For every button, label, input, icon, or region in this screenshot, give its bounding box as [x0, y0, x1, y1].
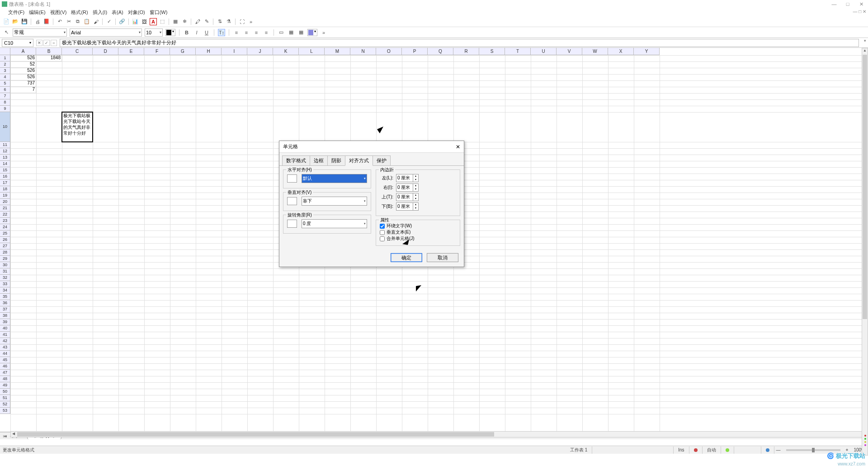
close-button[interactable]: ✕	[854, 0, 868, 8]
row-6[interactable]: 6	[0, 87, 10, 93]
row-47[interactable]: 47	[0, 370, 10, 376]
font-combo[interactable]: Arial▾	[70, 28, 142, 37]
zoom-slider[interactable]	[786, 449, 840, 451]
row-1[interactable]: 1	[0, 55, 10, 61]
align-left-icon[interactable]: ≡	[233, 29, 240, 36]
undo-icon[interactable]: ↶	[56, 18, 63, 25]
tab-align[interactable]: 对齐方式	[345, 155, 373, 166]
zoom-out[interactable]: —	[774, 447, 783, 452]
italic-icon[interactable]: I	[193, 29, 200, 36]
menu-insert[interactable]: 插入(I)	[93, 9, 107, 16]
row-38[interactable]: 38	[0, 313, 10, 319]
status-auto[interactable]: 自动	[703, 446, 721, 454]
indent-icon[interactable]: ▦	[297, 29, 305, 36]
cell-A5[interactable]: 737	[10, 80, 36, 87]
row-10[interactable]: 10	[0, 112, 10, 142]
merge-checkbox[interactable]: 合并单元格(J)	[380, 235, 456, 242]
row-30[interactable]: 30	[0, 262, 10, 268]
status-ins[interactable]: Ins	[674, 446, 689, 454]
minimize-button[interactable]: —	[827, 0, 841, 8]
row-12[interactable]: 12	[0, 148, 10, 155]
overflow2-icon[interactable]: »	[320, 29, 327, 36]
col-G[interactable]: G	[170, 48, 196, 55]
fullscreen-icon[interactable]: ⛶	[238, 18, 245, 25]
select-all-corner[interactable]	[0, 48, 10, 55]
dialog-titlebar[interactable]: 单元格 ✕	[279, 141, 464, 153]
row-2[interactable]: 2	[0, 61, 10, 68]
ok-button[interactable]: 确定	[391, 253, 422, 262]
print-icon[interactable]: 🖨	[34, 18, 41, 25]
row-27[interactable]: 27	[0, 243, 10, 249]
row-16[interactable]: 16	[0, 174, 10, 180]
rotate-dropdown[interactable]: 0 度▾	[302, 219, 367, 228]
format-painter-icon[interactable]: 🖌	[92, 18, 99, 25]
tab-shadow[interactable]: 阴影	[327, 155, 345, 166]
cell-A4[interactable]: 526	[10, 74, 36, 80]
sort-icon[interactable]: ⇅	[216, 18, 223, 25]
row-23[interactable]: 23	[0, 218, 10, 224]
col-H[interactable]: H	[196, 48, 222, 55]
row-45[interactable]: 45	[0, 357, 10, 363]
col-Q[interactable]: Q	[428, 48, 453, 55]
wrap-checkbox[interactable]: 环绕文字(W)	[380, 223, 456, 229]
valign-top-icon[interactable]: T↕	[218, 29, 225, 36]
padding-left-input[interactable]: ▴▾	[396, 174, 419, 182]
row-8[interactable]: 8	[0, 99, 10, 106]
col-C[interactable]: C	[62, 48, 93, 55]
freeze-icon[interactable]: ❄	[181, 18, 188, 25]
row-25[interactable]: 25	[0, 230, 10, 237]
style-combo[interactable]: 常规▾	[13, 28, 67, 37]
col-J[interactable]: J	[247, 48, 273, 55]
filter-icon[interactable]: ⚗	[225, 18, 232, 25]
hyperlink-icon[interactable]: 🔗	[118, 18, 126, 25]
font-color-button[interactable]: ▾	[165, 29, 175, 36]
overflow-icon[interactable]: »	[247, 18, 255, 25]
row-44[interactable]: 44	[0, 351, 10, 357]
row-40[interactable]: 40	[0, 325, 10, 332]
row-49[interactable]: 49	[0, 382, 10, 389]
tab-first-icon[interactable]: ⏮	[2, 434, 8, 438]
size-combo[interactable]: 10▾	[145, 28, 163, 37]
row-20[interactable]: 20	[0, 199, 10, 205]
horizontal-scrollbar[interactable]: ◀ ▶	[10, 431, 868, 437]
row-34[interactable]: 34	[0, 287, 10, 294]
row-9[interactable]: 9	[0, 106, 10, 112]
cursor-icon[interactable]: ↖	[3, 29, 10, 36]
menu-file[interactable]: 文件(F)	[8, 9, 24, 16]
row-21[interactable]: 21	[0, 205, 10, 212]
bold-icon[interactable]: B	[183, 29, 190, 36]
row-32[interactable]: 32	[0, 275, 10, 281]
row-41[interactable]: 41	[0, 332, 10, 338]
save-icon[interactable]: 💾	[21, 18, 28, 25]
copy-icon[interactable]: ⧉	[74, 18, 81, 25]
dialog-close-icon[interactable]: ✕	[456, 144, 460, 150]
row-19[interactable]: 19	[0, 193, 10, 199]
align-justify-icon[interactable]: ≡	[263, 29, 270, 36]
row-37[interactable]: 37	[0, 306, 10, 313]
highlight-icon[interactable]: 🖍	[194, 18, 201, 25]
merge-icon[interactable]: ▭	[278, 29, 285, 36]
row-39[interactable]: 39	[0, 319, 10, 325]
col-K[interactable]: K	[273, 48, 299, 55]
menu-view[interactable]: 视图(V)	[50, 9, 67, 16]
cell-B1[interactable]: 1848	[36, 55, 62, 61]
open-icon[interactable]: 📂	[12, 18, 19, 25]
row-17[interactable]: 17	[0, 180, 10, 186]
expand-formula-icon[interactable]: ▾	[864, 38, 866, 43]
col-I[interactable]: I	[222, 48, 247, 55]
tab-number[interactable]: 数字格式	[282, 155, 310, 166]
cell-A2[interactable]: 52	[10, 61, 36, 68]
menu-object[interactable]: 对象(O)	[128, 9, 145, 16]
align-right-icon[interactable]: ≡	[253, 29, 260, 36]
col-A[interactable]: A	[10, 48, 36, 55]
cell-A6[interactable]: 7	[10, 87, 36, 93]
menu-window[interactable]: 窗口(W)	[150, 9, 168, 16]
paste-icon[interactable]: 📋	[83, 18, 90, 25]
row-15[interactable]: 15	[0, 167, 10, 174]
vertical-checkbox[interactable]: 垂直文本(E)	[380, 229, 456, 235]
borders-icon[interactable]: ▦	[288, 29, 295, 36]
row-36[interactable]: 36	[0, 300, 10, 306]
col-M[interactable]: M	[325, 48, 350, 55]
padding-bottom-input[interactable]: ▴▾	[396, 202, 419, 211]
cell-A1[interactable]: 526	[10, 55, 36, 61]
